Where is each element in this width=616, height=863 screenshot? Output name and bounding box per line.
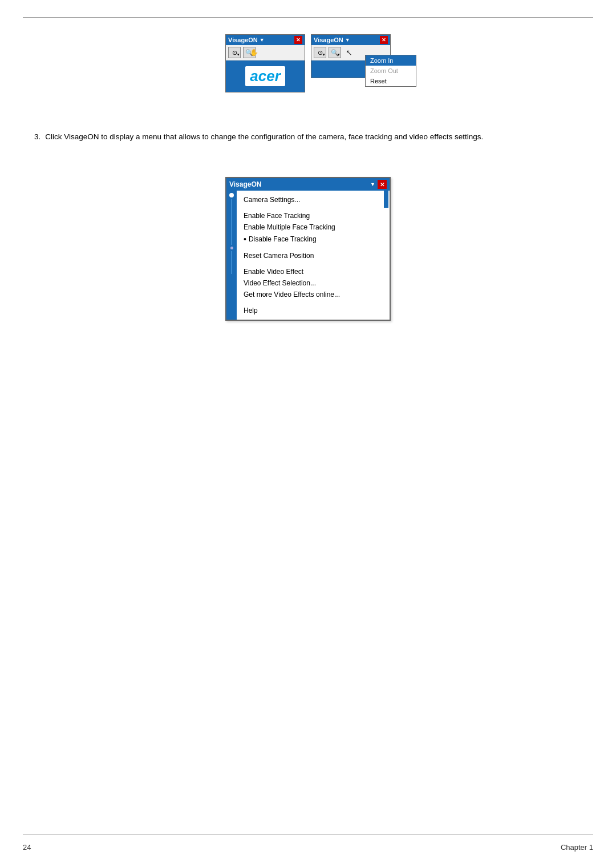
widget2-title: VisageON — [314, 37, 343, 43]
sidebar-line1 — [231, 199, 232, 245]
camera-settings-item[interactable]: Camera Settings... — [237, 194, 384, 205]
widget1-zoom-icon[interactable]: 🔍 ▾ ✋ — [243, 47, 256, 58]
widget1-titlebar: VisageON ▼ ✕ — [226, 35, 305, 45]
sidebar-line2 — [231, 251, 232, 274]
main-dropdown-arrow: ▼ — [370, 182, 375, 187]
enable-video-effect-item[interactable]: Enable Video Effect — [237, 266, 384, 277]
chapter-label: Chapter 1 — [561, 843, 593, 852]
disable-face-label: Disable Face Tracking — [249, 235, 317, 243]
separator4 — [237, 300, 384, 305]
main-menu-items: Camera Settings... Enable Face Tracking … — [237, 191, 384, 320]
bullet-icon: • — [244, 235, 246, 244]
widget2-title-left: VisageON ▼ — [314, 37, 350, 43]
enable-face-label: Enable Face Tracking — [244, 212, 310, 220]
widget1-title-left: VisageON ▼ — [228, 37, 265, 43]
widget2-camera-icon[interactable]: ⊙ ▾ — [314, 47, 326, 58]
widget2-camera-arrow: ▾ — [323, 53, 325, 57]
widget2-container: VisageON ▼ ✕ ⊙ ▾ 🔍 ▾ ↖ Zoom In Zo — [311, 34, 391, 78]
main-visage-widget: VisageON ▼ ✕ Camera Settings... Enable F… — [225, 177, 391, 321]
right-side-accent — [384, 191, 390, 320]
widget2-dropdown-arrow: ▼ — [345, 37, 350, 43]
widget2-zoom-arrow: ▾ — [338, 53, 340, 57]
enable-face-tracking-item[interactable]: Enable Face Tracking — [237, 210, 384, 221]
separator1 — [237, 205, 384, 210]
help-item[interactable]: Help — [237, 305, 384, 316]
widget1-camera-icon[interactable]: ⊙ ▾ — [228, 47, 241, 58]
zoom-dropdown-menu: Zoom In Zoom Out Reset — [365, 55, 416, 87]
top-border — [23, 17, 593, 18]
screenshots-area: VisageON ▼ ✕ ⊙ ▾ 🔍 ▾ ✋ acer VisageON — [0, 34, 616, 92]
right-accent-top — [384, 191, 388, 208]
step3-text: Click VisageON to display a menu that al… — [45, 132, 483, 141]
sidebar-dot2 — [230, 247, 233, 249]
widget1: VisageON ▼ ✕ ⊙ ▾ 🔍 ▾ ✋ acer — [225, 34, 305, 92]
separator3 — [237, 261, 384, 266]
widget2-close-btn[interactable]: ✕ — [380, 36, 388, 44]
disable-face-tracking-item[interactable]: • Disable Face Tracking — [237, 233, 384, 245]
main-title: VisageON — [229, 180, 261, 188]
step3-area: 3. Click VisageON to display a menu that… — [34, 131, 582, 143]
main-titlebar: VisageON ▼ ✕ — [226, 178, 390, 191]
cursor-icon: ↖ — [346, 48, 352, 57]
reset-item[interactable]: Reset — [366, 76, 416, 86]
widget2-titlebar: VisageON ▼ ✕ — [311, 35, 390, 45]
zoom-in-item[interactable]: Zoom In — [366, 55, 416, 66]
acer-logo: acer — [245, 66, 285, 86]
reset-camera-item[interactable]: Reset Camera Position — [237, 250, 384, 261]
sidebar-icon — [229, 193, 234, 197]
main-menu-container: VisageON ▼ ✕ Camera Settings... Enable F… — [0, 177, 616, 321]
main-close-btn[interactable]: ✕ — [378, 180, 387, 189]
enable-multiple-face-tracking-item[interactable]: Enable Multiple Face Tracking — [237, 221, 384, 233]
get-more-effects-item[interactable]: Get more Video Effects online... — [237, 289, 384, 300]
zoom-out-item[interactable]: Zoom Out — [366, 66, 416, 76]
widget1-dropdown-arrow: ▼ — [260, 37, 265, 43]
camera-dropdown-arrow: ▾ — [237, 53, 240, 57]
widget1-toolbar: ⊙ ▾ 🔍 ▾ ✋ — [226, 45, 305, 61]
page-number: 24 — [23, 843, 31, 852]
widget1-content: acer — [226, 61, 305, 92]
video-effect-selection-item[interactable]: Video Effect Selection... — [237, 277, 384, 289]
enable-multiple-label: Enable Multiple Face Tracking — [244, 223, 335, 231]
main-menu-body: Camera Settings... Enable Face Tracking … — [226, 191, 390, 320]
widget2-zoom-icon[interactable]: 🔍 ▾ — [329, 47, 341, 58]
step-number: 3. — [34, 131, 40, 143]
separator2 — [237, 245, 384, 250]
widget1-title: VisageON — [228, 37, 258, 43]
main-sidebar — [226, 191, 237, 320]
bottom-border — [23, 834, 593, 834]
widget1-close-btn[interactable]: ✕ — [294, 36, 302, 44]
